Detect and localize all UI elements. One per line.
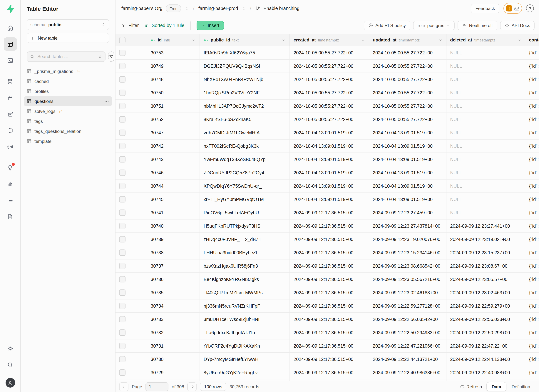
cell-deleted_at[interactable]: 2024-09-09 12:23:08.67+00 [447,259,525,272]
cell-public_id[interactable]: xrETI_HyGY0mPMGVqtOTM [200,193,290,206]
cell-id[interactable]: 30751 [147,100,200,113]
row-select-cell[interactable] [116,220,147,232]
cell-id[interactable]: 30753 [147,46,200,59]
row-select-cell[interactable] [116,313,147,326]
row-checkbox[interactable] [119,249,125,256]
sidebar-table-item[interactable]: tags_questions_relation [24,126,112,136]
cell-id[interactable]: 30745 [147,193,200,206]
cell-public_id[interactable]: ZDCunRYJP2CQ5Z8Po2Gy4 [200,166,290,179]
cell-public_id[interactable]: NhXEo1Xw04FnB4RzWTNjb [200,73,290,86]
row-select-cell[interactable] [116,193,147,206]
cell-deleted_at[interactable]: NULL [447,60,525,72]
row-checkbox[interactable] [119,356,125,362]
row-select-cell[interactable] [116,273,147,286]
notifications-button[interactable]: ! [503,3,522,14]
cell-deleted_at[interactable]: 2024-09-09 12:22:37.958+00 [447,379,525,381]
cell-updated_at[interactable]: 2024-09-09 12:22:37.955419+00 [369,379,447,381]
chevron-down-icon[interactable] [361,38,365,42]
row-select-cell[interactable] [116,166,147,179]
cell-updated_at[interactable]: 2024-09-09 12:23:27.437814+00 [369,220,447,232]
row-checkbox[interactable] [119,263,125,269]
cell-deleted_at[interactable]: NULL [447,153,525,166]
cell-id[interactable]: 30742 [147,139,200,153]
cell-created_at[interactable]: 2024-09-09 12:17:36.515+00 [290,339,369,352]
cell-deleted_at[interactable]: NULL [447,180,525,192]
cell-updated_at[interactable]: 2024-09-09 12:22:44.13721+00 [369,353,447,366]
org-name[interactable]: farming-paper's Org [121,6,163,11]
realtime-toggle-button[interactable]: Realtime off [457,20,497,30]
role-select-button[interactable]: role postgres [413,20,455,30]
cell-public_id[interactable]: rYbORF2e4YgDt9fKAXaKn [200,339,290,352]
cell-created_at[interactable]: 2024-10-04 13:09:01.519+00 [290,139,369,153]
cell-updated_at[interactable]: 2024-09-09 12:22:40.986386+00 [369,366,447,379]
cell-updated_at[interactable]: 2024-10-04 13:09:01.519+00 [369,153,447,166]
row-checkbox[interactable] [119,129,125,136]
cell-content[interactable]: {"id":"fvrQ1bXoJ6XaAD08G [525,100,539,113]
cell-public_id[interactable]: 3muDHTceTWso9IZj8hHNI [200,313,290,326]
cell-updated_at[interactable]: 2024-09-09 12:22:50.294983+00 [369,326,447,339]
cell-content[interactable]: {"id":"_Id9aLyJpMHQLaiQC [525,286,539,299]
cell-deleted_at[interactable]: 2024-09-09 12:22:47.22+00 [447,339,525,352]
nav-api-docs[interactable] [4,210,17,223]
cell-updated_at[interactable]: 2024-10-05 00:55:27.722+00 [369,60,447,72]
cell-id[interactable]: 30728 [147,379,200,381]
column-header-id[interactable]: id int8 [147,34,200,46]
cell-created_at[interactable]: 2024-10-04 13:09:01.519+00 [290,193,369,206]
cell-public_id[interactable]: YwEmuWdqT38XoSB048QYp [200,153,290,166]
cell-id[interactable]: 30736 [147,273,200,286]
cell-deleted_at[interactable]: 2024-09-09 12:23:19.021+00 [447,233,525,246]
nav-reports[interactable] [4,177,17,191]
search-box[interactable] [27,52,106,62]
cell-created_at[interactable]: 2024-09-09 12:17:36.515+00 [290,379,369,381]
row-select-cell[interactable] [116,206,147,219]
cell-updated_at[interactable]: 2024-10-04 13:09:01.519+00 [369,180,447,192]
insert-button[interactable]: Insert [197,20,224,30]
chevron-down-icon[interactable] [192,38,196,42]
cell-public_id[interactable]: vrIh7CMD-JtM1bOweMHfA [200,126,290,139]
cell-updated_at[interactable]: 2024-09-09 12:22:59.277128+00 [369,299,447,312]
cell-updated_at[interactable]: 2024-09-09 12:22:56.03542+00 [369,313,447,326]
cell-deleted_at[interactable]: 2024-09-09 12:23:27.441+00 [447,220,525,232]
cell-content[interactable]: {"id":"B6tr6eEFLrOVgeUmH [525,126,539,139]
schema-select[interactable]: schema: public [27,19,109,30]
cell-content[interactable]: {"id":"_Id9aLyJpMHQLaiQC [525,339,539,352]
cell-public_id[interactable]: 1hnRQjxSRm2V0VticY2NF [200,86,290,99]
cell-content[interactable]: {"id":"_Id9aLyJpMHQLaiQC [525,273,539,286]
chevron-down-icon[interactable] [438,38,442,42]
rows-per-page-button[interactable]: 100 rows [200,382,226,391]
chevron-down-icon[interactable] [282,38,286,42]
cell-content[interactable]: {"id":"_Id9aLyJpMHQLaiQC [525,379,539,381]
cell-public_id[interactable]: 0L5BAfDaLDl5rQOiqeKPO [200,379,290,381]
sidebar-table-item[interactable]: _prisma_migrations [24,66,112,76]
cell-deleted_at[interactable]: 2024-09-09 12:23:05.57+00 [447,273,525,286]
cell-id[interactable]: 30739 [147,233,200,246]
row-select-cell[interactable] [116,100,147,113]
cell-id[interactable]: 30740 [147,220,200,232]
cell-created_at[interactable]: 2024-10-05 00:55:27.722+00 [290,100,369,113]
cell-public_id[interactable]: 8KraI-tSI-6-pSZcknaK5 [200,113,290,126]
row-select-cell[interactable] [116,73,147,86]
cell-deleted_at[interactable]: NULL [447,100,525,113]
cell-updated_at[interactable]: 2024-09-09 12:23:19.020076+00 [369,233,447,246]
nav-home[interactable] [4,21,17,34]
row-checkbox[interactable] [119,183,125,189]
cell-deleted_at[interactable]: NULL [447,193,525,206]
row-checkbox[interactable] [119,196,125,202]
cell-deleted_at[interactable]: NULL [447,139,525,153]
next-page-button[interactable] [188,382,197,391]
cell-public_id[interactable]: zHDq4c0F0VBF_TL2_dBZ1 [200,233,290,246]
nav-search[interactable] [4,358,17,371]
cell-public_id[interactable]: _l40sQIRTmMZfcm-MWMPs [200,286,290,299]
cell-id[interactable]: 30738 [147,246,200,259]
cell-id[interactable]: 30752 [147,113,200,126]
row-select-cell[interactable] [116,113,147,126]
sidebar-table-item[interactable]: tags [24,116,112,126]
cell-deleted_at[interactable]: 2024-09-09 12:22:40.988+00 [447,366,525,379]
nav-logs[interactable] [4,194,17,207]
help-button[interactable]: ? [526,5,534,12]
cell-deleted_at[interactable]: NULL [447,126,525,139]
row-select-cell[interactable] [116,353,147,366]
row-select-cell[interactable] [116,153,147,166]
cell-deleted_at[interactable]: 2024-09-09 12:22:50.298+00 [447,326,525,339]
page-number-input[interactable] [145,382,168,391]
